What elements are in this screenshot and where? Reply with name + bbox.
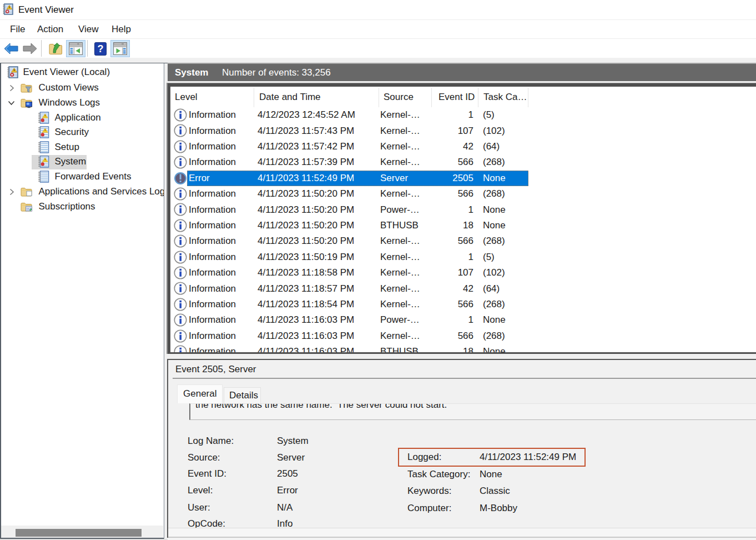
svg-text:?: ? bbox=[98, 43, 104, 54]
